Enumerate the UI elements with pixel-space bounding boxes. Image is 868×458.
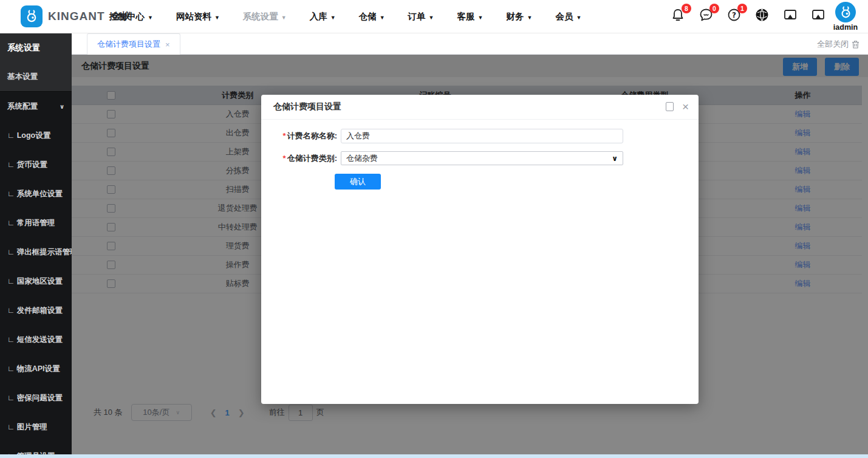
sidebar-item[interactable]: ∟ 图片管理 ∨ [0,412,72,442]
chevron-down-icon: ▼ [576,15,581,21]
fee-name-field-row: *计费名称名称: [261,129,623,143]
close-all-tabs-button[interactable]: 全部关闭 [817,33,859,55]
ant-logo-icon [21,5,43,27]
tab-storage-fee-settings[interactable]: 仓储计费项目设置 × [87,33,180,55]
chevron-down-icon: ▼ [214,15,220,21]
nav-menu-label: 控制中心 [109,11,145,22]
nav-menu-label: 入库 [310,11,327,22]
chat-message-icon[interactable]: 0 [699,8,714,22]
chevron-down-icon: ▼ [527,15,532,21]
tab-close-icon[interactable]: × [165,40,170,49]
storage-fee-dialog: 仓储计费项目设置 × *计费名称名称: *仓储计费类别: 仓储杂费 ∨ 确认 [261,95,699,404]
nav-menu-item[interactable]: 系统设置 ▼ [243,11,287,22]
nav-menu-label: 订单 [408,11,426,22]
brand-name-en: KINGANT [48,10,105,23]
dialog-tools: × [666,102,689,111]
nav-menu-label: 财务 [506,11,524,22]
nav-menu-item[interactable]: 网站资料 ▼ [176,11,220,22]
sidebar-item-label: ∟ 图片管理 [7,422,47,432]
chat-badge: 0 [709,4,719,13]
notification-bell-icon[interactable]: 8 [671,8,686,22]
chevron-down-icon: ▼ [380,15,385,21]
sidebar-item-label: ∟ 货币设置 [7,160,47,170]
fee-name-label: *计费名称名称: [261,131,337,142]
nav-menu-label: 网站资料 [176,11,211,22]
username-label: iadmin [828,23,863,32]
horizontal-scrollbar[interactable] [0,454,868,458]
chevron-down-icon: ▼ [429,15,434,21]
sidebar-item-label: ∟ 物流API设置 [7,364,60,374]
nav-menu-item[interactable]: 财务 ▼ [506,11,532,22]
fee-category-label: *仓储计费类别: [261,153,337,164]
sidebar-item[interactable]: ∟ 常用语管理 ∨ [0,208,72,238]
sidebar-item[interactable]: ∟ 国家地区设置 ∨ [0,267,72,296]
dialog-header: 仓储计费项目设置 × [261,95,699,120]
trash-icon [852,40,859,49]
sidebar-item[interactable]: ∟ 物流API设置 ∨ [0,354,72,383]
sidebar-item[interactable]: ∟ 短信发送设置 ∨ [0,325,72,354]
sidebar-item[interactable]: ∟ 系统单位设置 ∨ [0,179,72,208]
dialog-title: 仓储计费项目设置 [273,101,341,112]
fee-category-selected-value: 仓储杂费 [346,153,378,164]
fee-category-select[interactable]: 仓储杂费 ∨ [341,151,623,165]
sidebar-item[interactable]: ∟ Logo设置 ∨ [0,121,72,150]
sidebar-item-label: ∟ 弹出框提示语管理 [7,247,72,258]
sidebar-item-label: ∟ Logo设置 [7,131,50,141]
nav-menu-item[interactable]: 订单 ▼ [408,11,434,22]
screen-share-icon[interactable] [811,8,825,22]
close-all-label: 全部关闭 [817,39,849,50]
fee-name-input[interactable] [341,129,623,143]
chevron-down-icon: ▼ [330,15,336,21]
globe-language-icon[interactable] [755,8,770,22]
sidebar-item-label: 基本设置 [7,72,38,82]
top-nav: 控制中心 ▼ 网站资料 ▼ 系统设置 ▼ 入库 ▼ 仓储 ▼ [109,0,581,33]
sidebar-item-label: ∟ 短信发送设置 [7,335,63,345]
nav-menu-item[interactable]: 控制中心 ▼ [109,11,153,22]
sidebar-item[interactable]: ∟ 密保问题设置 ∨ [0,383,72,412]
fee-category-field-row: *仓储计费类别: 仓储杂费 ∨ [261,151,623,165]
sidebar-item[interactable]: ∟ 货币设置 ∨ [0,150,72,179]
confirm-button[interactable]: 确认 [335,174,381,190]
help-question-icon[interactable]: ? 1 [727,8,742,22]
screen-monitor-icon[interactable] [783,8,798,22]
sidebar-item-label: ∟ 密保问题设置 [7,393,63,403]
chevron-down-icon: ▼ [478,15,484,21]
nav-menu-item[interactable]: 会员 ▼ [555,11,581,22]
chevron-down-icon: ▼ [148,15,153,21]
sidebar-item-label: ∟ 系统单位设置 [7,189,63,199]
nav-menu-label: 仓储 [359,11,377,22]
chevron-down-icon: ▼ [281,15,287,21]
close-icon[interactable]: × [682,103,689,111]
sidebar-item[interactable]: 系统配置 ∨ [0,92,72,121]
sidebar-item-label: ∟ 国家地区设置 [7,276,63,287]
sidebar-item[interactable]: ∟ 弹出框提示语管理 ∨ [0,238,72,267]
nav-menu-item[interactable]: 仓储 ▼ [359,11,385,22]
maximize-icon[interactable] [666,102,674,111]
sidebar-item[interactable]: 系统设置 ∨ [0,33,72,63]
tab-label: 仓储计费项目设置 [97,39,160,50]
chevron-down-icon: ∨ [612,154,618,163]
tab-bar: 仓储计费项目设置 × 全部关闭 [72,33,868,55]
sidebar-item[interactable]: ∟ 发件邮箱设置 ∨ [0,296,72,325]
help-badge: 1 [737,4,747,13]
sidebar-item[interactable]: 基本设置 ∨ [0,63,72,92]
user-menu[interactable]: iadmin [828,2,863,32]
nav-menu-item[interactable]: 客服 ▼ [457,11,484,22]
sidebar-item-label: ∟ 发件邮箱设置 [7,306,63,316]
avatar [835,2,856,22]
required-asterisk: * [283,154,286,163]
nav-menu-label: 会员 [555,11,573,22]
nav-menu-item[interactable]: 入库 ▼ [310,11,336,22]
required-asterisk: * [283,131,286,140]
nav-menu-label: 客服 [457,11,475,22]
top-header: KINGANT 金蚁 控制中心 ▼ 网站资料 ▼ 系统设置 ▼ 入库 ▼ [0,0,868,33]
header-icon-group: 8 0 ? 1 [671,8,825,22]
chevron-down-icon: ∨ [60,103,64,110]
sidebar: 系统设置 ∨ 基本设置 ∨ 系统配置 ∨ ∟ Logo设置 ∨ ∟ 货币设置 ∨… [0,33,72,458]
sidebar-item-label: 系统配置 [7,101,38,112]
svg-text:?: ? [732,11,736,19]
bell-badge: 8 [682,4,691,13]
nav-menu-label: 系统设置 [243,11,278,22]
sidebar-item-label: 系统设置 [7,43,40,53]
sidebar-item-label: ∟ 常用语管理 [7,218,55,228]
